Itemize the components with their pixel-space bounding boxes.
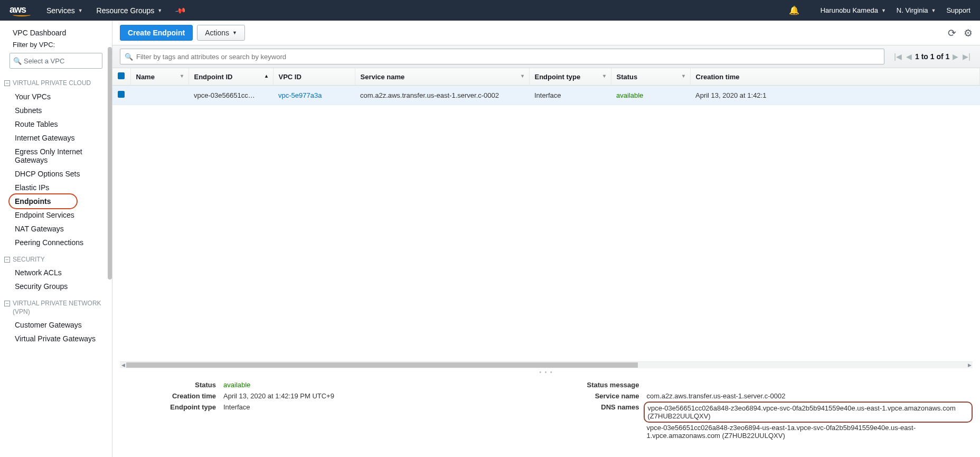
refresh-icon[interactable]: ⟳ — [948, 27, 956, 39]
sort-icon: ▾ — [521, 73, 524, 79]
cell-name — [130, 86, 189, 105]
bell-icon[interactable]: 🔔 — [789, 5, 799, 15]
nav-user[interactable]: Harunobu Kameda▼ — [821, 6, 886, 14]
sidebar-egress-igw[interactable]: Egress Only Internet Gateways — [0, 145, 112, 167]
sidebar-customer-gateways[interactable]: Customer Gateways — [0, 318, 112, 332]
sidebar-peering[interactable]: Peering Connections — [0, 236, 112, 249]
col-vpc-id[interactable]: VPC ID — [273, 68, 355, 86]
minus-icon: − — [4, 80, 10, 86]
sidebar-nacls[interactable]: Network ACLs — [0, 266, 112, 279]
scrollbar-thumb[interactable] — [126, 362, 638, 368]
vpc-filter-placeholder: Select a VPC — [24, 57, 64, 65]
val-status-msg — [647, 381, 970, 389]
sidebar: ◀ VPC Dashboard Filter by VPC: 🔍 Select … — [0, 21, 112, 457]
sidebar-internet-gateways[interactable]: Internet Gateways — [0, 131, 112, 145]
val-dns-2: vpce-03e56651cc026a848-z3eo6894-us-east-… — [647, 424, 916, 440]
val-etype: Interface — [223, 403, 546, 411]
lbl-etype: Endpoint type — [123, 403, 223, 411]
page-first-icon[interactable]: |◀ — [892, 52, 904, 61]
nav-region[interactable]: N. Virginia▼ — [897, 6, 936, 14]
filter-label: Filter by VPC: — [0, 40, 112, 51]
caret-down-icon: ▼ — [232, 30, 237, 35]
sidebar-elastic-ips[interactable]: Elastic IPs — [0, 181, 112, 194]
checkbox-all[interactable] — [118, 72, 125, 79]
table-row[interactable]: vpce-03e56651cc… vpc-5e977a3a com.a2z.aw… — [112, 86, 980, 105]
actions-button[interactable]: Actions▼ — [197, 25, 245, 41]
val-dns-1: vpce-03e56651cc026a848-z3eo6894.vpce-svc… — [648, 404, 956, 420]
horizontal-scrollbar[interactable]: ◀ ▶ — [120, 361, 973, 368]
nav-resource-groups[interactable]: Resource Groups▼ — [97, 6, 163, 15]
group-vpc[interactable]: −VIRTUAL PRIVATE CLOUD — [0, 73, 112, 90]
col-name[interactable]: Name▾ — [130, 68, 189, 86]
minus-icon: − — [4, 301, 10, 306]
page-count: 1 to 1 of 1 — [915, 52, 949, 61]
page-next-icon[interactable]: ▶ — [950, 52, 960, 61]
nav-support[interactable]: Support — [946, 6, 970, 14]
sidebar-dashboard[interactable]: VPC Dashboard — [0, 26, 112, 40]
lbl-status-msg: Status message — [546, 381, 647, 389]
nav-services[interactable]: Services▼ — [46, 6, 83, 15]
sidebar-dhcp[interactable]: DHCP Options Sets — [0, 167, 112, 181]
search-bar: 🔍 |◀ ◀ 1 to 1 of 1 ▶ ▶| — [112, 45, 980, 68]
caret-down-icon: ▼ — [881, 8, 886, 13]
col-status[interactable]: Status▾ — [611, 68, 690, 86]
pin-icon[interactable]: 📌 — [174, 4, 186, 16]
nav-support-label: Support — [946, 6, 970, 14]
search-icon: 🔍 — [125, 53, 133, 61]
col-creation[interactable]: Creation time — [690, 68, 980, 86]
sidebar-endpoints[interactable]: Endpoints — [0, 194, 112, 208]
aws-logo[interactable]: aws — [10, 4, 31, 16]
scroll-left-icon[interactable]: ◀ — [120, 362, 126, 368]
col-service-name[interactable]: Service name▾ — [355, 68, 529, 86]
top-nav: aws Services▼ Resource Groups▼ 📌 🔔 Harun… — [0, 0, 980, 21]
nav-user-label: Harunobu Kameda — [821, 6, 878, 14]
cell-service-name: com.a2z.aws.transfer.us-east-1.server.c-… — [355, 86, 529, 105]
status-badge: available — [616, 91, 643, 99]
col-endpoint-type[interactable]: Endpoint type▾ — [529, 68, 611, 86]
vpc-filter-select[interactable]: 🔍 Select a VPC — [10, 53, 102, 69]
resize-handle[interactable]: • • • — [112, 368, 980, 376]
pager: |◀ ◀ 1 to 1 of 1 ▶ ▶| — [892, 52, 973, 61]
scrollbar-thumb[interactable] — [108, 47, 112, 279]
toolbar: Create Endpoint Actions▼ ⟳ ⚙ — [112, 21, 980, 45]
search-icon: 🔍 — [13, 57, 22, 65]
val-status: available — [223, 381, 546, 389]
nav-services-label: Services — [46, 6, 75, 15]
scroll-right-icon[interactable]: ▶ — [966, 362, 973, 368]
val-service-name: com.a2z.aws.transfer.us-east-1.server.c-… — [647, 392, 970, 400]
sidebar-nat-gateways[interactable]: NAT Gateways — [0, 222, 112, 236]
cell-endpoint-type: Interface — [529, 86, 611, 105]
cell-endpoint-id: vpce-03e56651cc… — [189, 86, 273, 105]
cell-creation: April 13, 2020 at 1:42:1 — [690, 86, 980, 105]
highlight-ring: vpce-03e56651cc026a848-z3eo6894.vpce-svc… — [644, 402, 973, 423]
lbl-creation: Creation time — [123, 392, 223, 400]
gear-icon[interactable]: ⚙ — [964, 27, 973, 39]
sidebar-security-groups[interactable]: Security Groups — [0, 279, 112, 293]
page-last-icon[interactable]: ▶| — [960, 52, 973, 61]
lbl-service-name: Service name — [546, 392, 647, 400]
sidebar-subnets[interactable]: Subnets — [0, 104, 112, 117]
checkbox[interactable] — [118, 91, 125, 98]
sort-asc-icon: ▴ — [265, 73, 268, 79]
search-box[interactable]: 🔍 — [120, 49, 884, 64]
minus-icon: − — [4, 257, 10, 263]
detail-pane: ◀ ▶ • • • Statusavailable Creation timeA… — [112, 361, 980, 457]
sidebar-virtual-private-gateways[interactable]: Virtual Private Gateways — [0, 332, 112, 346]
page-prev-icon[interactable]: ◀ — [904, 52, 914, 61]
nav-region-label: N. Virginia — [897, 6, 928, 14]
endpoints-table: Name▾ Endpoint ID▴ VPC ID Service name▾ … — [112, 68, 980, 105]
main-panel: Create Endpoint Actions▼ ⟳ ⚙ 🔍 |◀ ◀ 1 to… — [112, 21, 980, 457]
val-creation: April 13, 2020 at 1:42:19 PM UTC+9 — [223, 392, 546, 400]
caret-down-icon: ▼ — [157, 8, 162, 13]
vpc-link[interactable]: vpc-5e977a3a — [278, 91, 322, 99]
group-vpn[interactable]: −VIRTUAL PRIVATE NETWORK (VPN) — [0, 293, 112, 318]
group-security[interactable]: −SECURITY — [0, 249, 112, 266]
caret-down-icon: ▼ — [78, 8, 83, 13]
sidebar-endpoint-services[interactable]: Endpoint Services — [0, 208, 112, 222]
search-input[interactable] — [136, 53, 880, 61]
create-endpoint-button[interactable]: Create Endpoint — [120, 25, 193, 41]
col-endpoint-id[interactable]: Endpoint ID▴ — [189, 68, 273, 86]
sidebar-your-vpcs[interactable]: Your VPCs — [0, 90, 112, 104]
nav-rg-label: Resource Groups — [97, 6, 155, 15]
sidebar-route-tables[interactable]: Route Tables — [0, 117, 112, 131]
